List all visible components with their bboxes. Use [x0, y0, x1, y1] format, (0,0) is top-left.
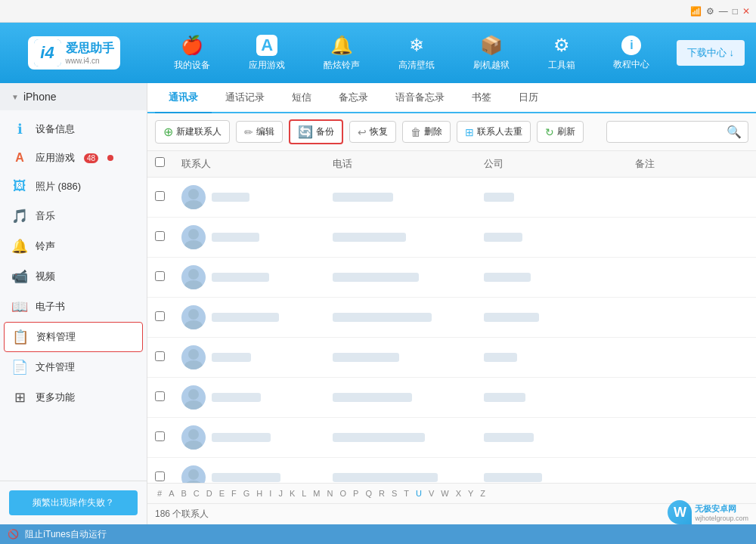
sidebar-item-ebook[interactable]: 📖 电子书 [0, 292, 147, 322]
alphabet-char-c[interactable]: C [191, 487, 202, 499]
alphabet-char-k[interactable]: K [287, 487, 297, 499]
alphabet-char-e[interactable]: E [217, 487, 227, 499]
table-row[interactable] [147, 178, 756, 218]
sidebar-item-ringtone[interactable]: 🔔 铃声 [0, 231, 147, 261]
alphabet-char-f[interactable]: F [229, 487, 239, 499]
sidebar-item-photos[interactable]: 🖼 照片 (886) [0, 172, 147, 201]
table-row[interactable] [147, 218, 756, 258]
phone-cell [333, 273, 484, 282]
nav-wallpaper[interactable]: ❄ 高清壁纸 [391, 30, 442, 76]
nav-ringtones-label: 酷炫铃声 [324, 59, 360, 72]
table-row[interactable] [147, 458, 756, 483]
alphabet-char-#[interactable]: # [155, 487, 164, 499]
row-checkbox [155, 431, 181, 444]
tab-sms[interactable]: 短信 [278, 83, 325, 113]
row-select-checkbox[interactable] [155, 431, 165, 441]
table-row[interactable] [147, 258, 756, 298]
close-icon[interactable]: ✕ [742, 6, 750, 17]
table-row[interactable] [147, 378, 756, 418]
tab-call-log[interactable]: 通话记录 [212, 83, 278, 113]
svg-point-0 [188, 189, 199, 199]
alphabet-char-a[interactable]: A [166, 487, 176, 499]
tab-bookmarks[interactable]: 书签 [458, 83, 505, 113]
alphabet-char-v[interactable]: V [426, 487, 436, 499]
merge-label: 联系人去重 [477, 125, 522, 138]
alphabet-char-q[interactable]: Q [363, 487, 374, 499]
sidebar-item-file-mgmt[interactable]: 📄 文件管理 [0, 352, 147, 382]
contact-avatar [181, 345, 206, 369]
sidebar-item-apps[interactable]: A 应用游戏 48 [0, 144, 147, 172]
row-select-checkbox[interactable] [155, 191, 165, 201]
alphabet-char-p[interactable]: P [351, 487, 361, 499]
svg-point-10 [188, 389, 199, 400]
alphabet-char-z[interactable]: Z [478, 487, 488, 499]
backup-button[interactable]: 🔄 备份 [289, 119, 343, 144]
nav-toolbox[interactable]: ⚙ 工具箱 [541, 30, 583, 76]
alphabet-char-r[interactable]: R [376, 487, 387, 499]
status-text: 🚫 阻止iTunes自动运行 [8, 528, 748, 541]
row-select-checkbox[interactable] [155, 391, 165, 401]
tab-voice-notes[interactable]: 语音备忘录 [382, 83, 458, 113]
nav-my-device-label: 我的设备 [174, 59, 210, 72]
merge-button[interactable]: ⊞ 联系人去重 [457, 121, 531, 143]
search-input[interactable] [613, 127, 727, 138]
restore-icon[interactable]: □ [733, 6, 738, 17]
alphabet-char-y[interactable]: Y [466, 487, 476, 499]
alphabet-char-t[interactable]: T [401, 487, 411, 499]
minimize-icon[interactable]: — [719, 6, 728, 17]
sidebar-item-device-info[interactable]: ℹ 设备信息 [0, 114, 147, 144]
contact-company [484, 313, 539, 322]
delete-button[interactable]: 🗑 删除 [402, 121, 451, 143]
tab-notes[interactable]: 备忘录 [325, 83, 382, 113]
row-select-checkbox[interactable] [155, 351, 165, 361]
alphabet-char-w[interactable]: W [438, 487, 451, 499]
delete-label: 删除 [424, 125, 442, 138]
table-row[interactable] [147, 338, 756, 378]
sidebar-item-more[interactable]: ⊞ 更多功能 [0, 382, 147, 413]
nav-tutorials-label: 教程中心 [613, 58, 649, 71]
select-all-checkbox[interactable] [155, 157, 165, 167]
nav-my-device[interactable]: 🍎 我的设备 [166, 30, 218, 76]
nav-app-games[interactable]: A 应用游戏 [241, 30, 293, 76]
nav-jailbreak[interactable]: 📦 刷机越狱 [466, 30, 517, 76]
edit-button[interactable]: ✏ 编辑 [236, 121, 283, 143]
sidebar-item-music[interactable]: 🎵 音乐 [0, 201, 147, 231]
search-icon[interactable]: 🔍 [727, 125, 742, 139]
nav-tutorials[interactable]: i 教程中心 [606, 31, 657, 76]
svg-point-1 [184, 200, 203, 209]
row-select-checkbox[interactable] [155, 231, 165, 241]
contact-avatar [181, 305, 206, 329]
company-cell [484, 193, 635, 202]
row-select-checkbox[interactable] [155, 471, 165, 481]
alphabet-char-d[interactable]: D [204, 487, 215, 499]
alphabet-char-s[interactable]: S [389, 487, 399, 499]
restore-button[interactable]: ↩ 恢复 [349, 121, 396, 143]
new-contact-button[interactable]: ⊕ 新建联系人 [155, 120, 230, 144]
alphabet-char-j[interactable]: J [276, 487, 285, 499]
alphabet-char-u[interactable]: U [414, 487, 424, 499]
tab-calendar[interactable]: 日历 [505, 83, 552, 113]
table-row[interactable] [147, 418, 756, 458]
alphabet-char-g[interactable]: G [241, 487, 253, 499]
row-select-checkbox[interactable] [155, 271, 165, 281]
contact-company [484, 393, 525, 402]
sidebar-item-video[interactable]: 📹 视频 [0, 261, 147, 292]
alphabet-char-i[interactable]: I [267, 487, 274, 499]
apps-badge: 48 [84, 153, 98, 163]
refresh-button[interactable]: ↻ 刷新 [537, 121, 584, 143]
row-checkbox [155, 391, 181, 404]
alphabet-char-m[interactable]: M [311, 487, 322, 499]
alphabet-char-o[interactable]: O [337, 487, 349, 499]
help-button[interactable]: 频繁出现操作失败？ [9, 490, 138, 515]
alphabet-char-b[interactable]: B [178, 487, 188, 499]
tab-contacts[interactable]: 通讯录 [155, 83, 212, 113]
alphabet-char-n[interactable]: N [325, 487, 336, 499]
alphabet-char-l[interactable]: L [299, 487, 308, 499]
alphabet-char-x[interactable]: X [454, 487, 463, 499]
row-select-checkbox[interactable] [155, 311, 165, 321]
sidebar-item-data-mgmt[interactable]: 📋 资料管理 [4, 322, 143, 352]
download-button[interactable]: 下载中心 ↓ [677, 40, 745, 66]
table-row[interactable] [147, 298, 756, 338]
alphabet-char-h[interactable]: H [254, 487, 265, 499]
nav-ringtones[interactable]: 🔔 酷炫铃声 [316, 30, 367, 76]
